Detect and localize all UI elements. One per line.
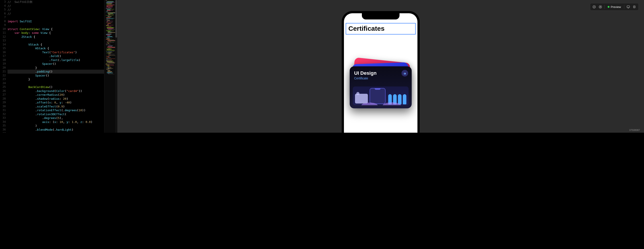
live-preview-button[interactable] bbox=[597, 4, 604, 9]
code-line[interactable]: ) bbox=[8, 124, 104, 128]
code-line[interactable]: .shadow(radius: 20) bbox=[8, 97, 104, 101]
phone-mock: Certificates UI Design Certificate bbox=[342, 11, 420, 133]
preview-status[interactable]: Preview bbox=[606, 5, 623, 9]
preview-pane: Preview Certificates UI Design Certifica… bbox=[117, 0, 644, 133]
line-number: 22 bbox=[0, 74, 6, 78]
minimap[interactable] bbox=[104, 0, 117, 133]
swift-icon bbox=[402, 70, 408, 76]
phone-notch bbox=[362, 13, 400, 19]
code-line[interactable]: Text("Certificates") bbox=[8, 50, 104, 54]
line-number: 30 bbox=[0, 105, 6, 109]
code-editor-pane: 3456789101112131415161718192021222324252… bbox=[0, 0, 104, 133]
line-number: 16 bbox=[0, 50, 6, 54]
code-line[interactable]: // bbox=[8, 12, 104, 16]
code-line[interactable]: import SwiftUI bbox=[8, 19, 104, 23]
line-number: 31 bbox=[0, 108, 6, 112]
svg-rect-3 bbox=[627, 6, 630, 7]
line-number: 35 bbox=[0, 124, 6, 128]
svg-rect-2 bbox=[600, 6, 601, 7]
code-line[interactable]: // bbox=[8, 8, 104, 12]
code-line[interactable] bbox=[8, 39, 104, 43]
line-number: 4 bbox=[0, 4, 6, 8]
code-line[interactable]: .scaleEffect(0.9) bbox=[8, 105, 104, 109]
duplicate-preview-button[interactable] bbox=[632, 4, 638, 9]
line-number: 28 bbox=[0, 97, 6, 101]
code-line[interactable]: .blendMode(.hardLight) bbox=[8, 128, 104, 132]
code-line[interactable]: .rotation3DEffect( bbox=[8, 112, 104, 116]
code-line[interactable]: .degrees(5), bbox=[8, 116, 104, 120]
code-line[interactable]: // SwiftUI示例 bbox=[8, 0, 104, 4]
line-number: 8 bbox=[0, 19, 6, 23]
watermark: 37508087 bbox=[629, 129, 640, 131]
code-line[interactable]: struct ContentView: View { bbox=[8, 27, 104, 31]
preview-toolbar: Preview bbox=[590, 3, 639, 11]
code-line[interactable]: // bbox=[8, 4, 104, 8]
line-number: 36 bbox=[0, 128, 6, 132]
code-area[interactable]: // SwiftUI示例//////import SwiftUIstruct C… bbox=[8, 0, 104, 133]
device-settings-button[interactable] bbox=[625, 4, 632, 9]
code-line[interactable]: VStack { bbox=[8, 43, 104, 47]
line-number: 20 bbox=[0, 66, 6, 70]
code-line[interactable]: } bbox=[8, 66, 104, 70]
code-line[interactable]: } bbox=[8, 77, 104, 81]
code-line[interactable]: .background(Color("card4")) bbox=[8, 89, 104, 93]
code-line[interactable]: Spacer() bbox=[8, 62, 104, 66]
code-line[interactable]: .padding() bbox=[8, 70, 104, 74]
line-number: 18 bbox=[0, 58, 6, 62]
scrollbar-track[interactable] bbox=[115, 0, 117, 133]
code-line[interactable] bbox=[8, 132, 104, 133]
line-number: 3 bbox=[0, 0, 6, 4]
code-line[interactable]: .offset(x: 0, y: -40) bbox=[8, 101, 104, 105]
code-line[interactable]: .bold() bbox=[8, 54, 104, 58]
card-illustration bbox=[353, 86, 408, 105]
code-line[interactable] bbox=[8, 23, 104, 27]
line-number: 25 bbox=[0, 85, 6, 89]
screen-title: Certificates bbox=[346, 23, 415, 34]
line-number: 15 bbox=[0, 46, 6, 50]
line-number: 11 bbox=[0, 31, 6, 35]
line-number: 14 bbox=[0, 43, 6, 47]
line-number: 5 bbox=[0, 8, 6, 12]
code-line[interactable] bbox=[8, 15, 104, 19]
card-subtitle: Certificate bbox=[354, 76, 407, 80]
code-line[interactable]: .cornerRadius(20) bbox=[8, 93, 104, 97]
status-dot-icon bbox=[608, 6, 610, 8]
line-number: 29 bbox=[0, 101, 6, 105]
line-number: 32 bbox=[0, 112, 6, 116]
line-number-gutter: 3456789101112131415161718192021222324252… bbox=[0, 0, 8, 133]
line-number: 34 bbox=[0, 120, 6, 124]
line-number: 13 bbox=[0, 39, 6, 43]
line-number: 6 bbox=[0, 12, 6, 16]
line-number: 17 bbox=[0, 54, 6, 58]
line-number: 24 bbox=[0, 81, 6, 85]
phone-screen[interactable]: Certificates UI Design Certificate bbox=[344, 13, 418, 133]
toolbar-separator bbox=[624, 5, 624, 9]
line-number: 9 bbox=[0, 23, 6, 27]
code-line[interactable]: ZStack { bbox=[8, 35, 104, 39]
front-card: UI Design Certificate bbox=[350, 66, 412, 108]
line-number: 27 bbox=[0, 93, 6, 97]
run-preview-button[interactable] bbox=[591, 4, 597, 9]
code-line[interactable]: HStack { bbox=[8, 46, 104, 50]
card-stack: UI Design Certificate bbox=[350, 66, 412, 108]
line-number: 10 bbox=[0, 27, 6, 31]
line-number: 23 bbox=[0, 77, 6, 81]
line-number: 7 bbox=[0, 15, 6, 19]
line-number: 21 bbox=[0, 70, 6, 74]
line-number: 37 bbox=[0, 132, 6, 133]
line-number: 33 bbox=[0, 116, 6, 120]
code-line[interactable]: BackCardView() bbox=[8, 85, 104, 89]
preview-label-text: Preview bbox=[611, 5, 621, 9]
line-number: 12 bbox=[0, 35, 6, 39]
toolbar-separator bbox=[604, 5, 604, 9]
scrollbar-thumb[interactable] bbox=[116, 0, 117, 38]
code-line[interactable]: var body: some View { bbox=[8, 31, 104, 35]
card-title: UI Design bbox=[354, 70, 407, 76]
line-number: 26 bbox=[0, 89, 6, 93]
code-line[interactable]: .rotationEffect(.degrees(10)) bbox=[8, 108, 104, 112]
code-line[interactable]: Spacer() bbox=[8, 74, 104, 78]
code-line[interactable]: axis: (x: 10, y: 1.0, z: 0.0) bbox=[8, 120, 104, 124]
line-number: 19 bbox=[0, 62, 6, 66]
code-line[interactable]: .font(.largeTitle) bbox=[8, 58, 104, 62]
code-line[interactable] bbox=[8, 81, 104, 85]
